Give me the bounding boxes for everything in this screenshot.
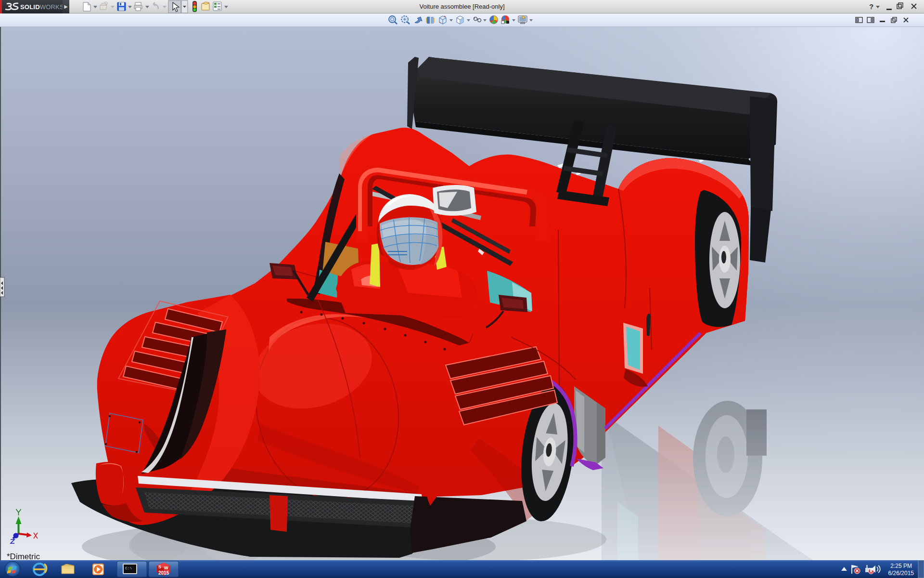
svg-text:?: ? [869,2,873,11]
svg-text:2015: 2015 [158,570,169,576]
svg-text:*Dimetric: *Dimetric [7,552,40,560]
svg-text:2:25 PM: 2:25 PM [890,563,912,569]
svg-text:SOLIDWORKS: SOLIDWORKS [20,3,63,11]
svg-text:C:\: C:\ [125,566,132,570]
svg-text:S: S [158,565,161,569]
svg-text:W: W [164,565,168,570]
svg-text:6/26/2015: 6/26/2015 [888,570,914,577]
